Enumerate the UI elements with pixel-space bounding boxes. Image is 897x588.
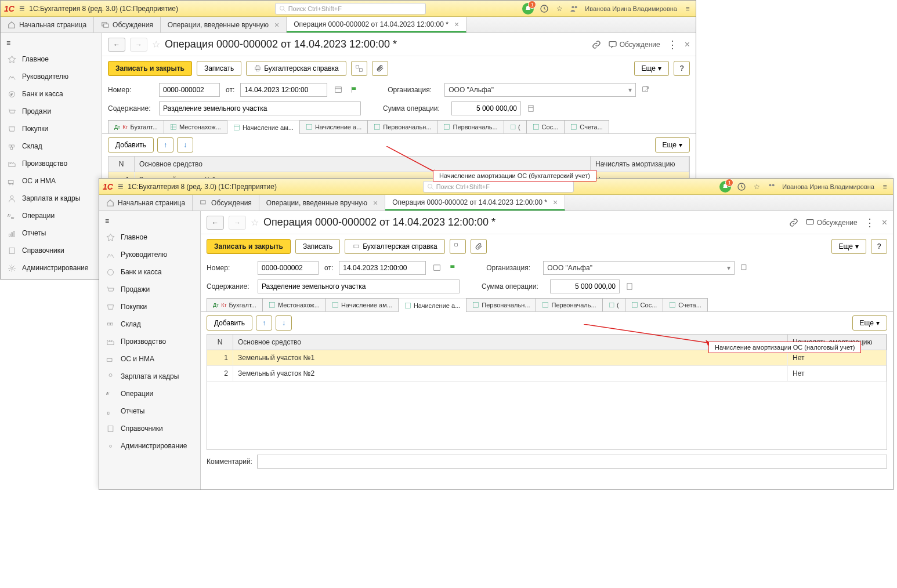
open-org-icon[interactable] xyxy=(740,264,748,272)
notifications-bell-icon[interactable]: 1 xyxy=(522,3,534,14)
search-input[interactable]: Поиск Ctrl+Shift+F xyxy=(423,181,574,193)
table-more-button[interactable]: Еще ▾ xyxy=(655,137,690,153)
sum-field[interactable] xyxy=(451,101,521,115)
print-button[interactable]: Бухгалтерская справка xyxy=(345,239,445,254)
inner-tab-depreciation-accounting[interactable]: Начисление ам... xyxy=(227,121,300,134)
calendar-icon[interactable] xyxy=(334,85,342,93)
save-button[interactable]: Записать xyxy=(295,239,340,254)
content-field[interactable] xyxy=(258,280,460,293)
register-movements-button[interactable] xyxy=(351,61,367,76)
sidebar-item-assets[interactable]: ОС и НМА xyxy=(1,172,102,190)
link-icon[interactable] xyxy=(592,40,601,49)
sidebar-item-reports[interactable]: Отчеты xyxy=(1,224,102,242)
favorite-star-icon[interactable]: ☆ xyxy=(152,39,160,50)
hamburger-icon[interactable]: ≡ xyxy=(19,3,24,14)
org-select[interactable]: ООО "Альфа"▾ xyxy=(543,261,735,275)
inner-tab-initial1[interactable]: Первоначальн... xyxy=(367,120,437,133)
open-org-icon[interactable] xyxy=(642,86,650,94)
history-icon[interactable] xyxy=(737,182,746,191)
sidebar-item-admin[interactable]: Администрирование xyxy=(99,437,200,455)
sidebar-item-main[interactable]: Главное xyxy=(1,50,102,68)
move-down-button[interactable]: ↓ xyxy=(276,315,292,331)
user-menu-chevron-icon[interactable]: ≡ xyxy=(880,182,889,191)
register-movements-button[interactable] xyxy=(450,239,466,254)
inner-tab-initial1[interactable]: Первоначальн... xyxy=(466,298,536,311)
col-n[interactable]: N xyxy=(207,335,233,350)
users-icon[interactable] xyxy=(570,4,579,13)
save-button[interactable]: Записать xyxy=(197,61,241,76)
move-up-button[interactable]: ↑ xyxy=(157,137,173,153)
sidebar-item-warehouse[interactable]: Склад xyxy=(99,315,200,333)
sidebar-item-payroll[interactable]: Зарплата и кадры xyxy=(1,190,102,207)
sidebar-item-purchase[interactable]: Покупки xyxy=(99,298,200,315)
close-doc-icon[interactable]: × xyxy=(882,217,887,228)
table-more-button[interactable]: Еще ▾ xyxy=(852,315,887,331)
tab-operation-doc[interactable]: Операция 0000-000002 от 14.04.2023 12:00… xyxy=(287,17,466,32)
sidebar-item-production[interactable]: Производство xyxy=(1,155,102,172)
inner-tab-bookkeeping[interactable]: ДтКтБухгалт... xyxy=(207,298,263,311)
inner-tab-bookkeeping[interactable]: ДтКтБухгалт... xyxy=(108,120,164,133)
close-icon[interactable]: × xyxy=(454,20,459,29)
inner-tab-depreciation-accounting[interactable]: Начисление ам... xyxy=(325,298,399,311)
inner-tab-depreciation-tax[interactable]: Начисление а... xyxy=(299,120,368,133)
save-close-button[interactable]: Записать и закрыть xyxy=(207,239,291,254)
close-doc-icon[interactable]: × xyxy=(685,39,690,50)
sidebar-item-admin[interactable]: Администрирование xyxy=(1,259,102,277)
col-amort[interactable]: Начислять амортизацию xyxy=(591,157,689,172)
inner-tab-6[interactable]: ( xyxy=(602,298,625,311)
star-icon[interactable]: ☆ xyxy=(752,182,761,191)
calculator-icon[interactable] xyxy=(527,104,535,112)
print-button[interactable]: Бухгалтерская справка xyxy=(246,61,346,76)
user-name[interactable]: Иванова Ирина Владимировна xyxy=(782,183,874,190)
sidebar-item-catalogs[interactable]: Справочники xyxy=(1,242,102,259)
favorite-star-icon[interactable]: ☆ xyxy=(251,217,259,228)
sidebar-item-manager[interactable]: Руководителю xyxy=(99,246,200,263)
calendar-icon[interactable] xyxy=(433,263,441,271)
sidebar-collapse[interactable]: ≡ xyxy=(1,35,102,50)
tab-manual-ops[interactable]: Операции, введенные вручную× xyxy=(259,195,385,210)
tab-home[interactable]: Начальная страница xyxy=(1,17,94,32)
move-up-button[interactable]: ↑ xyxy=(256,315,272,331)
sidebar-item-sales[interactable]: Продажи xyxy=(1,103,102,120)
star-icon[interactable]: ☆ xyxy=(555,4,564,13)
inner-tab-initial2[interactable]: Первоначаль... xyxy=(437,120,504,133)
col-n[interactable]: N xyxy=(108,157,135,172)
discuss-button[interactable]: Обсуждение xyxy=(805,218,858,227)
inner-tab-location[interactable]: Местонахож... xyxy=(262,298,326,311)
more-menu-icon[interactable]: ⋮ xyxy=(865,216,875,229)
hamburger-icon[interactable]: ≡ xyxy=(118,182,123,192)
user-name[interactable]: Иванова Ирина Владимировна xyxy=(585,5,677,12)
table-row[interactable]: 2 Земельный участок №2 Нет xyxy=(207,366,887,382)
attach-button[interactable] xyxy=(372,61,388,76)
add-row-button[interactable]: Добавить xyxy=(108,137,154,153)
sidebar-item-production[interactable]: Производство xyxy=(99,333,200,350)
link-icon[interactable] xyxy=(789,218,798,227)
discuss-button[interactable]: Обсуждение xyxy=(608,40,660,49)
sidebar-item-assets[interactable]: ОС и НМА xyxy=(99,350,200,368)
more-button[interactable]: Еще ▾ xyxy=(831,239,866,254)
calculator-icon[interactable] xyxy=(625,282,634,291)
nav-forward-button[interactable]: → xyxy=(229,216,246,230)
tab-operation-doc[interactable]: Операция 0000-000002 от 14.04.2023 12:00… xyxy=(385,195,565,210)
help-button[interactable]: ? xyxy=(674,61,690,76)
date-field[interactable] xyxy=(240,83,345,97)
number-field[interactable] xyxy=(159,83,220,97)
sidebar-item-payroll[interactable]: Зарплата и кадры xyxy=(99,368,200,385)
inner-tab-accounts[interactable]: Счета... xyxy=(663,298,708,311)
user-menu-chevron-icon[interactable]: ≡ xyxy=(683,4,692,13)
tab-discuss[interactable]: Обсуждения xyxy=(193,195,259,210)
help-button[interactable]: ? xyxy=(871,239,887,254)
content-field[interactable] xyxy=(159,101,361,115)
history-icon[interactable] xyxy=(540,4,549,13)
sidebar-collapse[interactable]: ≡ xyxy=(99,213,200,228)
org-select[interactable]: ООО "Альфа"▾ xyxy=(444,83,636,97)
sidebar-item-operations[interactable]: ДтКтОперации xyxy=(1,207,102,224)
add-row-button[interactable]: Добавить xyxy=(207,315,252,331)
users-icon[interactable] xyxy=(767,182,776,191)
sidebar-item-operations[interactable]: ДтОперации xyxy=(99,385,200,402)
close-icon[interactable]: × xyxy=(553,198,558,207)
sum-field[interactable] xyxy=(550,280,620,293)
number-field[interactable] xyxy=(258,261,319,275)
close-icon[interactable]: × xyxy=(274,20,279,30)
tab-discuss[interactable]: Обсуждения xyxy=(94,17,161,32)
